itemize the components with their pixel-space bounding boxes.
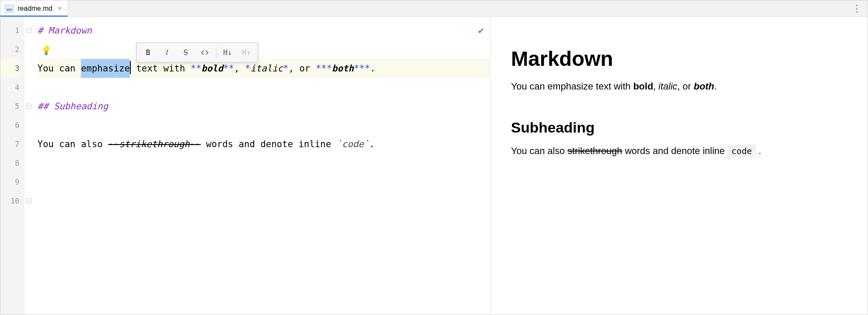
strikethrough-button[interactable]: S	[176, 44, 195, 61]
italic-icon: I	[166, 43, 168, 62]
strike-delim: ~~	[190, 135, 200, 154]
bold-icon: B	[146, 43, 150, 62]
code-line[interactable]: ## Subheading	[37, 97, 490, 116]
fold-handle[interactable]	[26, 198, 31, 204]
heading-up-button[interactable]: H↑	[237, 44, 256, 61]
text-caret	[130, 61, 131, 74]
text-token: .	[370, 59, 376, 78]
toolbar-separator	[216, 47, 216, 58]
bold-button[interactable]: B	[139, 44, 157, 61]
line-number: 7	[0, 135, 19, 154]
bold-text: bold	[633, 81, 653, 92]
text-token: .	[756, 145, 761, 156]
editor-preview-split: 12345678910 💡 ✔ B I S H↓ H↑	[0, 17, 868, 315]
strike-token: strikethrough	[119, 135, 190, 154]
code-area[interactable]: 💡 ✔ B I S H↓ H↑ # Markdown You can empha…	[33, 17, 490, 315]
code-line[interactable]: You can also ~~strikethrough~~ words and…	[37, 135, 490, 154]
heading-token: # Markdown	[37, 21, 92, 40]
text-token: , or	[677, 81, 694, 92]
line-number: 5	[0, 97, 19, 116]
preview-pane: Markdown You can emphasize text with bol…	[490, 17, 868, 315]
code-line[interactable]	[37, 154, 490, 173]
inline-code: code	[727, 145, 756, 158]
floating-format-toolbar: B I S H↓ H↑	[136, 43, 258, 62]
text-token: ,	[653, 81, 659, 92]
italic-button[interactable]: I	[157, 44, 176, 61]
preview-paragraph: You can also strikethrough words and den…	[511, 144, 847, 158]
text-token: .	[714, 81, 717, 92]
line-number: 1	[0, 21, 19, 40]
code-line[interactable]: # Markdown	[37, 21, 490, 40]
code-line[interactable]	[37, 191, 490, 210]
heading-up-icon: H↑	[242, 43, 251, 62]
heading-token: ## Subheading	[37, 97, 108, 116]
italic-delim: *	[283, 59, 289, 78]
text-token: You can also	[511, 145, 567, 156]
line-number: 9	[0, 173, 19, 191]
text-token: words and denote inline	[622, 145, 728, 156]
editor-pane: 12345678910 💡 ✔ B I S H↓ H↑	[0, 17, 490, 315]
text-token: You can also	[37, 135, 108, 154]
text-token: words and denote inline	[200, 135, 336, 154]
fold-handle[interactable]	[26, 104, 31, 109]
heading-down-button[interactable]: H↓	[218, 44, 237, 61]
line-number: 3	[0, 59, 19, 78]
tab-strip: MD readme.md × ⋮	[0, 0, 868, 17]
fold-column	[25, 17, 33, 315]
code-line[interactable]	[37, 78, 490, 97]
code-delim: `	[336, 135, 342, 154]
line-number: 8	[0, 154, 19, 173]
text-token: You can	[37, 59, 81, 78]
text-selection: emphasize	[81, 59, 130, 78]
intention-bulb-icon[interactable]: 💡	[41, 41, 52, 60]
line-number: 2	[0, 40, 19, 59]
code-token: code	[342, 135, 364, 154]
bolditalic-delim: ***	[354, 59, 370, 78]
preview-paragraph: You can emphasize text with bold, italic…	[511, 79, 847, 93]
code-line[interactable]	[37, 173, 490, 191]
code-line[interactable]	[37, 40, 490, 59]
strikethrough-icon: S	[184, 43, 188, 62]
strike-text: strikethrough	[567, 145, 622, 156]
tab-overflow-menu-icon[interactable]: ⋮	[852, 0, 862, 16]
fold-handle[interactable]	[26, 28, 31, 33]
line-number-gutter: 12345678910	[0, 17, 25, 315]
italic-text: italic	[659, 81, 677, 92]
bolditalic-delim: ***	[316, 59, 332, 78]
markdown-file-icon: MD	[5, 5, 14, 12]
code-line[interactable]	[37, 116, 490, 135]
text-token: .	[369, 135, 375, 154]
code-delim: `	[364, 135, 369, 154]
line-number: 6	[0, 116, 19, 135]
line-number: 4	[0, 78, 19, 97]
tab-close-icon[interactable]: ×	[58, 5, 62, 12]
tab-filename: readme.md	[18, 5, 52, 12]
text-token: You can emphasize text with	[511, 81, 633, 92]
preview-h2: Subheading	[511, 119, 847, 136]
strike-delim: ~~	[108, 135, 119, 154]
inspections-ok-icon[interactable]: ✔	[478, 21, 484, 40]
bolditalic-text: both	[694, 81, 714, 92]
tab-readme[interactable]: MD readme.md ×	[0, 0, 68, 16]
line-number: 10	[0, 191, 19, 210]
code-icon	[200, 48, 209, 57]
text-token: , or	[289, 59, 316, 78]
heading-down-icon: H↓	[223, 43, 232, 62]
code-line[interactable]: You can emphasize text with **bold**, *i…	[37, 59, 490, 78]
preview-h1: Markdown	[511, 47, 847, 71]
code-button[interactable]	[195, 44, 214, 61]
bolditalic-token: both	[332, 59, 354, 78]
